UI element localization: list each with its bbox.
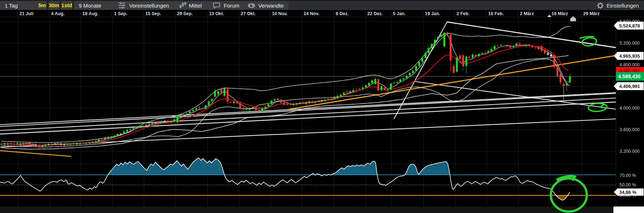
svg-text:5.200.000: 5.200.000 <box>620 41 640 46</box>
svg-text:29 März: 29 März <box>583 11 600 16</box>
svg-text:4.406,991: 4.406,991 <box>619 84 640 89</box>
svg-text:1 Sep.: 1 Sep. <box>114 11 127 16</box>
svg-text:4.589,430: 4.589,430 <box>618 74 640 79</box>
svg-text:4.800.000: 4.800.000 <box>620 62 640 67</box>
svg-text:5 Jan.: 5 Jan. <box>393 11 405 16</box>
svg-text:5.524,878: 5.524,878 <box>619 23 640 28</box>
svg-text:3.600.000: 3.600.000 <box>620 127 640 132</box>
svg-text:29 Sep.: 29 Sep. <box>177 11 193 16</box>
svg-text:4.000.000: 4.000.000 <box>620 106 640 111</box>
svg-text:3.200.000: 3.200.000 <box>620 149 640 154</box>
svg-text:16 März: 16 März <box>552 11 568 16</box>
svg-text:2 März: 2 März <box>520 11 534 16</box>
svg-text:4 Aug.: 4 Aug. <box>51 11 65 16</box>
svg-text:10 Nov.: 10 Nov. <box>272 11 288 16</box>
svg-text:8 Dez.: 8 Dez. <box>336 11 349 16</box>
svg-text:21 Juli: 21 Juli <box>19 11 33 16</box>
svg-text:34,86 %: 34,86 % <box>619 190 636 195</box>
svg-text:50,00 %: 50,00 % <box>620 182 636 187</box>
svg-text:15 Sep.: 15 Sep. <box>145 11 161 16</box>
svg-text:70,00 %: 70,00 % <box>620 173 636 178</box>
svg-text:19 Jan.: 19 Jan. <box>425 11 440 16</box>
svg-text:2 Feb.: 2 Feb. <box>457 11 470 16</box>
svg-text:18 Aug.: 18 Aug. <box>82 11 99 16</box>
svg-text:13 Okt.: 13 Okt. <box>209 11 224 16</box>
svg-text:22 Dez.: 22 Dez. <box>367 11 383 16</box>
svg-text:27 Okt.: 27 Okt. <box>241 11 256 16</box>
svg-text:16 Feb.: 16 Feb. <box>488 11 504 16</box>
svg-text:4.965,935: 4.965,935 <box>619 53 640 59</box>
svg-text:24 Nov.: 24 Nov. <box>304 11 319 16</box>
